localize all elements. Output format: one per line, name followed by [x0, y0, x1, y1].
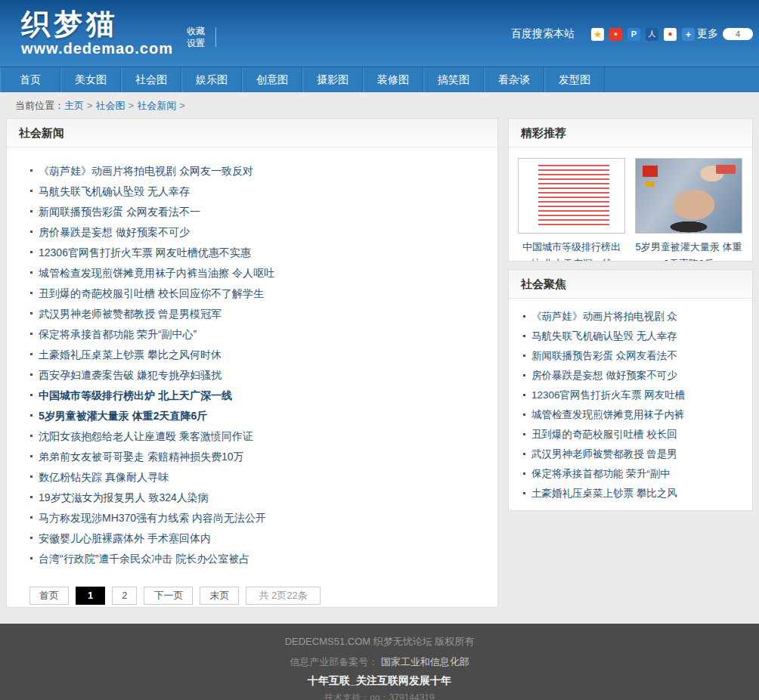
share-count-badge: 4 — [723, 28, 753, 40]
nav-link[interactable]: 装修图 — [364, 67, 423, 92]
news-item: 丑到爆的奇葩校服引吐槽 校长回应你不了解学生 — [29, 283, 482, 303]
nav-item[interactable]: 首页 — [0, 67, 60, 92]
nav-item[interactable]: 摄影图 — [302, 67, 363, 92]
main-nav: 首页 美女图 社会图 娱乐图 创意图 摄影图 装修图 — [0, 67, 759, 92]
add-share-icon[interactable] — [682, 28, 695, 41]
focus-item: 丑到爆的奇葩校服引吐槽 校长回 — [522, 424, 741, 444]
favorite-link[interactable]: 收藏 — [187, 25, 205, 37]
news-link[interactable]: 西安孕妇遭袭案告破 嫌犯专挑孕妇骚扰 — [39, 369, 222, 381]
nav-link[interactable]: 娱乐图 — [182, 67, 241, 92]
footer-icp-link[interactable]: 国家工业和信息化部 — [381, 656, 469, 667]
news-link[interactable]: 土豪婚礼压桌菜上钞票 攀比之风何时休 — [39, 348, 222, 361]
focus-link[interactable]: 保定将承接首都功能 荣升“副中 — [531, 468, 671, 479]
nav-link[interactable]: 发型图 — [545, 67, 604, 92]
recommend-caption[interactable]: 中国城市等级排行榜出炉 北上天广深一线 — [518, 239, 625, 262]
breadcrumb-link[interactable]: 社会图 — [96, 100, 125, 111]
focus-link[interactable]: 丑到爆的奇葩校服引吐槽 校长回 — [531, 429, 677, 440]
pagination-last-button[interactable]: 末页 — [200, 587, 239, 605]
nav-item[interactable]: 发型图 — [544, 67, 605, 92]
nav-item[interactable]: 娱乐图 — [181, 67, 242, 92]
pengyou-icon[interactable] — [627, 28, 640, 41]
news-link[interactable]: 5岁男童被灌大量汞 体重2天直降6斤 — [39, 410, 207, 422]
news-link[interactable]: 沈阳女孩抱怨给老人让座遭殴 乘客激愤同作证 — [39, 430, 253, 442]
news-item: 马方称发现涉MH370强有力线索 内容尚无法公开 — [29, 507, 482, 528]
settings-link[interactable]: 设置 — [187, 37, 205, 49]
news-item: 弟弟前女友被哥哥娶走 索赔精神损失费10万 — [29, 446, 482, 466]
nav-link[interactable]: 摄影图 — [303, 67, 362, 92]
breadcrumb-link[interactable]: 社会新闻 — [137, 100, 176, 111]
tencent-weibo-icon[interactable] — [664, 28, 677, 41]
focus-link[interactable]: 新闻联播预告彩蛋 众网友看法不 — [531, 350, 677, 361]
pagination-page-button[interactable]: 1 — [76, 587, 105, 605]
sidebar: 精彩推荐 中国城市等级排行榜出炉 北上天广深一线 5岁男童被灌大量汞 体重2天直… — [508, 118, 753, 519]
qzone-icon[interactable] — [591, 28, 604, 41]
share-more-button[interactable]: 更多 — [697, 27, 718, 41]
focus-item: 马航失联飞机确认坠毁 无人幸存 — [522, 326, 741, 345]
breadcrumb-link[interactable]: 主页 — [64, 100, 84, 111]
nav-item[interactable]: 创意图 — [242, 67, 302, 92]
pagination-next-button[interactable]: 下一页 — [144, 587, 193, 605]
recommend-title: 精彩推荐 — [509, 119, 752, 147]
logo-domain: www.dedemao.com — [21, 39, 173, 57]
news-link[interactable]: 房价暴跌是妄想 做好预案不可少 — [39, 226, 190, 238]
nav-item[interactable]: 看杂谈 — [484, 67, 544, 92]
pagination-first-button[interactable]: 首页 — [29, 587, 69, 605]
footer-slogan: 十年互联_关注互联网发展十年 — [0, 674, 759, 688]
baidu-search-link[interactable]: 百度搜索本站 — [511, 27, 575, 41]
nav-link[interactable]: 看杂谈 — [485, 67, 544, 92]
breadcrumb: 当前位置：主页>社会图>社会新闻> — [0, 92, 759, 118]
focus-link[interactable]: 武汉男神老师被赞都教授 曾是男 — [531, 448, 677, 460]
news-link[interactable]: 12306官网售打折火车票 网友吐槽优惠不实惠 — [39, 246, 251, 259]
nav-list: 首页 美女图 社会图 娱乐图 创意图 摄影图 装修图 — [0, 67, 759, 92]
nav-item[interactable]: 搞笑图 — [423, 67, 484, 92]
news-link[interactable]: 马方称发现涉MH370强有力线索 内容尚无法公开 — [39, 512, 266, 524]
news-link[interactable]: 数亿粉钻失踪 真像耐人寻味 — [39, 471, 169, 483]
pagination-summary: 共 2页22条 — [246, 587, 320, 605]
breadcrumb-separator: > — [87, 100, 93, 111]
recommend-thumbnail-image[interactable] — [518, 158, 625, 234]
nav-link[interactable]: 社会图 — [122, 67, 181, 92]
news-link[interactable]: 武汉男神老师被赞都教授 曾是男模冠军 — [39, 308, 222, 320]
recommend-caption[interactable]: 5岁男童被灌大量汞 体重2天直降6斤 — [635, 239, 742, 262]
news-link[interactable]: 安徽婴儿心脏裸露体外 手术塞回体内 — [39, 532, 211, 544]
recommend-thumbnail-image[interactable] — [635, 158, 742, 234]
news-panel: 社会新闻 《葫芦娃》动画片将拍电视剧 众网友一致反对 马航失联飞机确认坠毁 无人… — [6, 118, 498, 608]
news-link[interactable]: 《葫芦娃》动画片将拍电视剧 众网友一致反对 — [39, 165, 253, 177]
news-link[interactable]: 台湾“行政院”遭千余民众冲击 院长办公室被占 — [39, 553, 249, 565]
renren-icon[interactable] — [646, 28, 658, 41]
nav-item[interactable]: 美女图 — [60, 67, 121, 92]
news-link[interactable]: 中国城市等级排行榜出炉 北上天广深一线 — [39, 389, 232, 401]
news-item: 12306官网售打折火车票 网友吐槽优惠不实惠 — [29, 242, 482, 262]
news-link[interactable]: 丑到爆的奇葩校服引吐槽 校长回应你不了解学生 — [39, 287, 264, 299]
focus-link[interactable]: 《葫芦娃》动画片将拍电视剧 众 — [531, 311, 677, 322]
news-item: 中国城市等级排行榜出炉 北上天广深一线 — [29, 385, 482, 405]
footer-slogan-link[interactable]: 十年互联_关注互联网发展十年 — [308, 674, 451, 686]
news-item: 西安孕妇遭袭案告破 嫌犯专挑孕妇骚扰 — [29, 364, 482, 385]
sina-weibo-icon[interactable] — [609, 28, 622, 41]
news-link[interactable]: 19岁艾滋女为报复男人 致324人染病 — [39, 491, 209, 503]
news-link[interactable]: 城管检查发现煎饼摊竟用袜子内裤当油擦 令人呕吐 — [39, 267, 274, 279]
pagination-page-button[interactable]: 2 — [112, 587, 137, 605]
focus-link[interactable]: 城管检查发现煎饼摊竟用袜子内裤 — [531, 409, 685, 420]
footer-copyright: DEDECMS51.COM 织梦无忧论坛 版权所有 — [0, 635, 759, 649]
site-logo[interactable]: 织梦猫 www.dedemao.com — [21, 9, 173, 57]
nav-link[interactable]: 创意图 — [243, 67, 302, 92]
nav-item[interactable]: 装修图 — [363, 67, 423, 92]
news-link[interactable]: 弟弟前女友被哥哥娶走 索赔精神损失费10万 — [39, 451, 243, 463]
focus-link[interactable]: 12306官网售打折火车票 网友吐槽 — [531, 389, 685, 401]
recommend-thumbs: 中国城市等级排行榜出炉 北上天广深一线 5岁男童被灌大量汞 体重2天直降6斤 — [509, 147, 752, 262]
nav-link[interactable]: 首页 — [1, 67, 60, 92]
nav-link[interactable]: 搞笑图 — [424, 67, 483, 92]
news-item: 房价暴跌是妄想 做好预案不可少 — [29, 221, 482, 242]
focus-link[interactable]: 马航失联飞机确认坠毁 无人幸存 — [531, 330, 677, 342]
recommend-item: 中国城市等级排行榜出炉 北上天广深一线 — [518, 158, 625, 262]
nav-link[interactable]: 美女图 — [61, 67, 120, 92]
news-link[interactable]: 马航失联飞机确认坠毁 无人幸存 — [39, 185, 190, 197]
focus-link[interactable]: 土豪婚礼压桌菜上钞票 攀比之风 — [531, 488, 677, 499]
logo-title[interactable]: 织梦猫 — [21, 9, 173, 39]
news-link[interactable]: 新闻联播预告彩蛋 众网友看法不一 — [39, 206, 200, 218]
nav-item[interactable]: 社会图 — [121, 67, 181, 92]
focus-link[interactable]: 房价暴跌是妄想 做好预案不可少 — [531, 370, 677, 381]
focus-item: 新闻联播预告彩蛋 众网友看法不 — [522, 345, 741, 365]
news-link[interactable]: 保定将承接首都功能 荣升“副中心” — [39, 328, 197, 340]
